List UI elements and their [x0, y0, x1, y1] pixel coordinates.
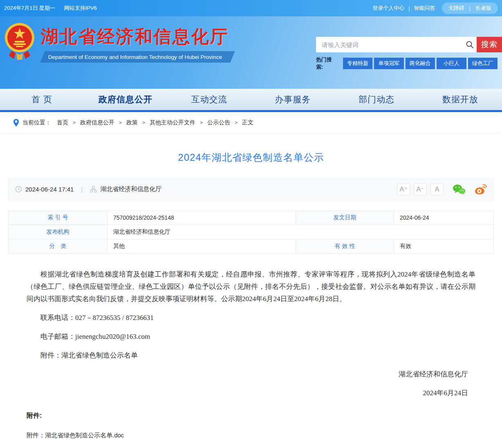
table-row: 分 类 其他 有 效 性 有效 — [9, 239, 494, 254]
crumb-separator: > — [235, 120, 238, 126]
article-meta-bar: 2024-06-24 17:41 | 湖北省经济和信息化厅 A⁺ A⁻ A — [8, 178, 494, 200]
crumb-separator: > — [119, 120, 122, 126]
topbar-right: 登录个人中心 | 智能问答 无障碍 | 长者版 — [372, 2, 498, 14]
meta-right: A⁺ A⁻ A — [393, 183, 487, 196]
crumb-other-docs[interactable]: 其他主动公开文件 — [150, 119, 195, 126]
font-reset-button[interactable]: A — [430, 183, 444, 196]
nav-item-interaction[interactable]: 互动交流 — [167, 89, 251, 110]
site-subtitle: Department of Economy and Information Te… — [48, 54, 222, 60]
hot-tag-lianghuaronghe[interactable]: 两化融合 — [406, 58, 435, 69]
nav-item-dept-news[interactable]: 部门动态 — [335, 89, 419, 110]
attachment-doc-link[interactable]: 附件：湖北省绿色制造公示名单.doc — [27, 432, 124, 439]
clock-icon — [15, 186, 22, 193]
hot-tag-lvsegongchang[interactable]: 绿色工厂 — [468, 58, 498, 69]
validity-label: 有 效 性 — [296, 239, 394, 254]
top-bar: 2024年7月1日 星期一 网站支持IPV6 登录个人中心 | 智能问答 无障碍… — [0, 0, 502, 16]
source-org-icon — [90, 186, 97, 193]
crumb-separator: > — [73, 120, 76, 126]
meta-left: 2024-06-24 17:41 | 湖北省经济和信息化厅 — [15, 185, 161, 193]
site-title: 湖北省经济和信息化厅 — [41, 28, 233, 45]
search-input[interactable] — [316, 37, 463, 52]
hot-tag-zhuanjingtexin[interactable]: 专精特新 — [343, 58, 372, 69]
crumb-home[interactable]: 首页 — [57, 119, 68, 126]
nav-item-services[interactable]: 办事服务 — [251, 89, 335, 110]
site-header: 湖北省经济和信息化厅 Department of Economy and Inf… — [0, 16, 502, 89]
table-row: 发布机构 湖北省经济和信息化厅 — [9, 225, 494, 239]
attachment-note-line: 附件：湖北省绿色制造公示名单 — [27, 349, 475, 362]
meta-divider: | — [81, 186, 83, 193]
hot-search-row: 热门搜索: 专精特新 单项冠军 两化融合 小巨人 绿色工厂 — [316, 56, 502, 71]
magnifier-icon[interactable] — [463, 37, 477, 52]
brand-text: 湖北省经济和信息化厅 Department of Economy and Inf… — [41, 20, 233, 63]
elder-mode-button[interactable]: 长者版 — [475, 5, 491, 12]
body-paragraph: 根据湖北省绿色制造梯度培育及创建工作部署和有关规定，经自愿申报、市州推荐、专家评… — [27, 268, 475, 305]
attachments-heading: 附件: — [27, 412, 475, 420]
nav-item-home[interactable]: 首 页 — [0, 89, 84, 110]
publish-source: 湖北省经济和信息化厅 — [100, 185, 161, 193]
table-row: 索 引 号 757009218/2024-25148 发文日期 2024-06-… — [9, 211, 494, 225]
issue-date-value: 2024-06-24 — [394, 211, 494, 225]
index-number-value: 757009218/2024-25148 — [108, 211, 296, 225]
font-larger-button[interactable]: A⁺ — [397, 183, 410, 196]
current-date: 2024年7月1日 星期一 — [4, 5, 55, 11]
issuing-org-label: 发布机构 — [9, 225, 108, 239]
breadcrumb: 当前位置： 首页 > 政府信息公开 > 政策 > 其他主动公开文件 > 公示公告… — [0, 112, 502, 134]
signature-date: 2024年6月24日 — [27, 387, 475, 399]
accessible-mode-button[interactable]: 无障碍 — [448, 5, 464, 12]
category-label: 分 类 — [9, 239, 108, 254]
crumb-announcements[interactable]: 公示公告 — [207, 119, 230, 126]
contact-email-line: 电子邮箱：jienengchu2020@163.com — [27, 331, 475, 343]
nav-item-gov-info[interactable]: 政府信息公开 — [84, 89, 168, 110]
main-content: 2024年湖北省绿色制造名单公示 2024-06-24 17:41 | 湖北省经… — [0, 151, 502, 448]
brand-block: 湖北省经济和信息化厅 Department of Economy and Inf… — [4, 20, 233, 63]
category-value: 其他 — [108, 239, 296, 254]
login-link[interactable]: 登录个人中心 — [372, 5, 404, 12]
validity-value: 有效 — [394, 239, 494, 254]
search-area: 搜索 热门搜索: 专精特新 单项冠军 两化融合 小巨人 绿色工厂 — [316, 37, 502, 71]
location-pin-icon — [13, 119, 19, 127]
topbar-left: 2024年7月1日 星期一 网站支持IPV6 — [4, 5, 104, 12]
signature-org: 湖北省经济和信息化厅 — [27, 368, 475, 380]
smart-qa-link[interactable]: 智能问答 — [414, 5, 435, 12]
main-nav: 首 页 政府信息公开 互动交流 办事服务 部门动态 数据开放 — [0, 89, 502, 112]
ipv6-badge: 网站支持IPV6 — [64, 5, 97, 11]
crumb-separator: > — [200, 120, 203, 126]
crumb-current: 正文 — [242, 119, 253, 126]
hot-search-label: 热门搜索: — [316, 56, 338, 71]
index-number-label: 索 引 号 — [9, 211, 108, 225]
issue-date-label: 发文日期 — [296, 211, 394, 225]
nav-item-open-data[interactable]: 数据开放 — [418, 89, 502, 110]
crumb-separator: > — [142, 120, 145, 126]
font-smaller-button[interactable]: A⁻ — [414, 183, 427, 196]
site-subtitle-ribbon: Department of Economy and Information Te… — [40, 51, 235, 63]
document-info-table: 索 引 号 757009218/2024-25148 发文日期 2024-06-… — [8, 210, 494, 254]
contact-phone-line: 联系电话：027－87236535 / 87236631 — [27, 312, 475, 324]
article-title: 2024年湖北省绿色制造名单公示 — [8, 151, 494, 164]
breadcrumb-label: 当前位置： — [22, 119, 51, 126]
topbar-divider: | — [408, 5, 410, 11]
pill-divider: | — [469, 5, 471, 11]
wechat-share-icon[interactable] — [453, 184, 466, 195]
hot-tag-xiaojuren[interactable]: 小巨人 — [437, 58, 466, 69]
issuing-org-value: 湖北省经济和信息化厅 — [108, 225, 494, 239]
article-body: 根据湖北省绿色制造梯度培育及创建工作部署和有关规定，经自愿申报、市州推荐、专家评… — [27, 268, 475, 399]
publish-datetime: 2024-06-24 17:41 — [25, 186, 74, 193]
search-button[interactable]: 搜索 — [477, 37, 502, 52]
weibo-share-icon[interactable] — [475, 184, 487, 195]
crumb-policy[interactable]: 政策 — [126, 119, 138, 126]
crumb-gov-info[interactable]: 政府信息公开 — [80, 119, 114, 126]
accessibility-pill: 无障碍 | 长者版 — [442, 2, 498, 14]
national-emblem-logo — [4, 21, 35, 61]
hot-tag-danxiangguanjun[interactable]: 单项冠军 — [374, 58, 403, 69]
search-box: 搜索 — [316, 37, 502, 52]
attachments-section: 附件: 附件：湖北省绿色制造公示名单.doc — [27, 412, 475, 439]
